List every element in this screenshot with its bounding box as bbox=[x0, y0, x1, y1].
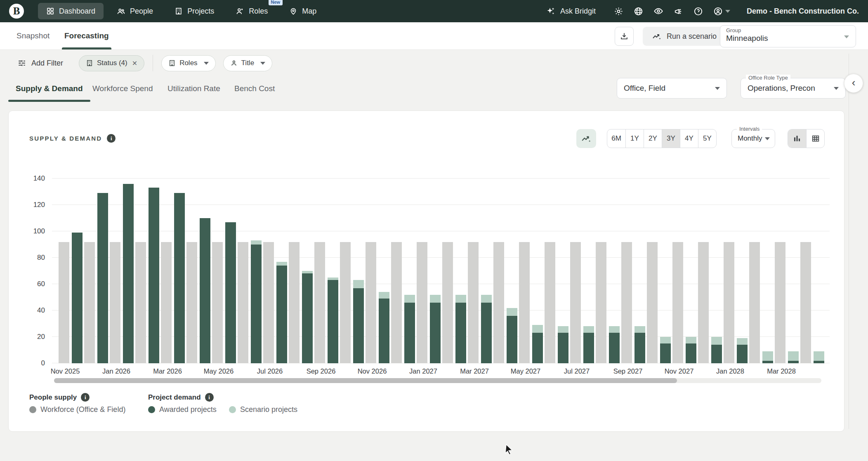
supply-bar[interactable] bbox=[724, 242, 734, 363]
supply-bar[interactable] bbox=[672, 242, 683, 363]
tab-workforce-spend[interactable]: Workforce Spend bbox=[92, 76, 153, 101]
bar-group[interactable] bbox=[391, 242, 415, 363]
range-4y-button[interactable]: 4Y bbox=[680, 129, 698, 148]
bar-group[interactable] bbox=[519, 242, 543, 363]
demand-bar-stack[interactable] bbox=[609, 326, 620, 363]
scenario-bar-segment[interactable] bbox=[455, 295, 466, 303]
supply-bar[interactable] bbox=[442, 242, 453, 363]
scenario-bar-segment[interactable] bbox=[711, 337, 722, 345]
supply-bar[interactable] bbox=[340, 242, 351, 363]
bar-group[interactable] bbox=[570, 242, 594, 363]
scenario-bar-segment[interactable] bbox=[788, 351, 799, 360]
awarded-bar-segment[interactable] bbox=[711, 345, 722, 363]
tab-utilization-rate[interactable]: Utilization Rate bbox=[167, 76, 220, 101]
supply-bar[interactable] bbox=[161, 242, 172, 363]
add-filter-button[interactable]: Add Filter bbox=[17, 59, 63, 68]
help-icon[interactable] bbox=[693, 7, 703, 16]
supply-bar[interactable] bbox=[263, 242, 274, 363]
megaphone-icon[interactable] bbox=[674, 7, 683, 16]
supply-bar[interactable] bbox=[800, 242, 811, 363]
office-role-type-select[interactable]: Office Role Type Operations, Precon bbox=[741, 78, 846, 99]
demand-bar-stack[interactable] bbox=[686, 337, 696, 363]
info-icon[interactable]: i bbox=[81, 393, 90, 402]
bar-group[interactable] bbox=[417, 242, 441, 363]
awarded-bar-segment[interactable] bbox=[481, 303, 492, 363]
download-button[interactable] bbox=[615, 27, 634, 46]
demand-bar-stack[interactable] bbox=[481, 295, 492, 363]
awarded-bar-segment[interactable] bbox=[686, 343, 696, 363]
demand-bar-stack[interactable] bbox=[200, 218, 210, 363]
awarded-bar-segment[interactable] bbox=[583, 333, 594, 363]
scenario-bar-segment[interactable] bbox=[737, 338, 748, 345]
supply-bar[interactable] bbox=[519, 242, 530, 363]
scenario-bar-segment[interactable] bbox=[507, 308, 517, 316]
awarded-bar-segment[interactable] bbox=[814, 361, 824, 363]
bar-group[interactable] bbox=[314, 242, 338, 363]
supply-bar[interactable] bbox=[366, 242, 376, 363]
demand-bar-stack[interactable] bbox=[507, 308, 517, 363]
awarded-bar-segment[interactable] bbox=[353, 288, 364, 363]
supply-bar[interactable] bbox=[212, 242, 223, 363]
supply-bar[interactable] bbox=[493, 242, 504, 363]
awarded-bar-segment[interactable] bbox=[634, 333, 645, 363]
bar-group[interactable] bbox=[289, 242, 313, 363]
bridgit-logo[interactable]: B bbox=[9, 4, 24, 19]
demand-bar-stack[interactable] bbox=[660, 337, 671, 363]
supply-bar[interactable] bbox=[238, 242, 248, 363]
nav-item-projects[interactable]: Projects bbox=[166, 3, 222, 19]
awarded-bar-segment[interactable] bbox=[558, 333, 568, 363]
eye-icon[interactable] bbox=[653, 6, 663, 16]
awarded-bar-segment[interactable] bbox=[507, 316, 517, 363]
awarded-bar-segment[interactable] bbox=[328, 280, 338, 363]
awarded-bar-segment[interactable] bbox=[225, 222, 236, 363]
awarded-bar-segment[interactable] bbox=[302, 273, 313, 363]
bar-group[interactable] bbox=[672, 242, 696, 363]
close-icon[interactable]: ✕ bbox=[132, 59, 137, 67]
demand-bar-stack[interactable] bbox=[149, 188, 159, 363]
tab-bench-cost[interactable]: Bench Cost bbox=[234, 76, 275, 101]
awarded-bar-segment[interactable] bbox=[404, 303, 415, 363]
bar-group[interactable] bbox=[212, 222, 236, 363]
demand-bar-stack[interactable] bbox=[328, 278, 338, 363]
supply-bar[interactable] bbox=[647, 242, 658, 363]
globe-icon[interactable] bbox=[634, 7, 643, 16]
scenario-bar-segment[interactable] bbox=[353, 280, 364, 288]
scenario-bar-segment[interactable] bbox=[634, 326, 645, 333]
ask-bridgit-button[interactable]: Ask Bridgit bbox=[546, 6, 596, 16]
supply-bar[interactable] bbox=[545, 242, 555, 363]
bar-group[interactable] bbox=[468, 242, 492, 363]
awarded-bar-segment[interactable] bbox=[532, 333, 543, 363]
demand-bar-stack[interactable] bbox=[788, 351, 799, 363]
bar-group[interactable] bbox=[698, 242, 722, 363]
bar-group[interactable] bbox=[263, 242, 287, 363]
scenario-bar-segment[interactable] bbox=[481, 295, 492, 303]
supply-bar[interactable] bbox=[417, 242, 427, 363]
bar-group[interactable] bbox=[84, 193, 108, 363]
tab-snapshot[interactable]: Snapshot bbox=[17, 22, 50, 49]
range-2y-button[interactable]: 2Y bbox=[644, 129, 662, 148]
scenario-bar-segment[interactable] bbox=[558, 326, 568, 333]
bar-group[interactable] bbox=[493, 242, 517, 363]
range-3y-button[interactable]: 3Y bbox=[662, 129, 680, 148]
chart-scrollbar-track[interactable] bbox=[54, 378, 821, 383]
bar-group[interactable] bbox=[724, 242, 748, 363]
bar-group[interactable] bbox=[59, 233, 83, 363]
range-1y-button[interactable]: 1Y bbox=[625, 129, 644, 148]
bar-group[interactable] bbox=[110, 184, 134, 363]
nav-item-dashboard[interactable]: Dashboard bbox=[38, 3, 104, 19]
bar-group[interactable] bbox=[161, 193, 185, 363]
awarded-bar-segment[interactable] bbox=[430, 303, 441, 363]
chart-scrollbar-thumb[interactable] bbox=[54, 378, 677, 383]
scenario-bar-segment[interactable] bbox=[686, 337, 696, 343]
scenario-bar-segment[interactable] bbox=[609, 326, 620, 333]
demand-bar-stack[interactable] bbox=[430, 295, 441, 363]
roles-filter-chip[interactable]: Roles bbox=[161, 55, 215, 71]
supply-bar[interactable] bbox=[314, 242, 325, 363]
demand-bar-stack[interactable] bbox=[379, 292, 389, 363]
settings-gear-icon[interactable] bbox=[614, 7, 623, 16]
awarded-bar-segment[interactable] bbox=[455, 303, 466, 363]
supply-bar[interactable] bbox=[59, 242, 69, 363]
demand-bar-stack[interactable] bbox=[711, 337, 722, 363]
awarded-bar-segment[interactable] bbox=[762, 361, 773, 363]
line-view-toggle-button[interactable] bbox=[576, 129, 596, 148]
